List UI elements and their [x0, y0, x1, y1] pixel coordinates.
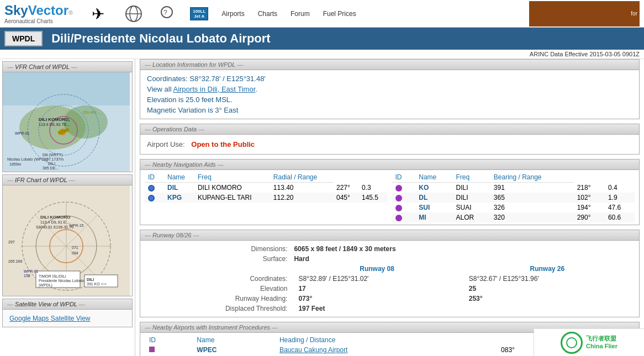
table-row: Coordinates: S8°32.89' / E125°31.02' S8°…	[147, 274, 632, 284]
satellite-title: — Satellite View of WPDL —	[3, 299, 132, 310]
coords-26: S8°32.67' / E125°31.96'	[462, 274, 632, 284]
svg-text:391 KO =:=: 391 KO =:=	[87, 282, 107, 286]
nav-forum[interactable]: Forum	[291, 10, 310, 18]
header: SkyVector® Aeronautical Charts ✈ ? 100LL…	[0, 0, 644, 28]
nav-radial-kpg: 045°	[333, 193, 358, 203]
logo-area: SkyVector® Aeronautical Charts	[4, 3, 73, 24]
nav-name-dil: DILI KOMORO	[194, 183, 270, 193]
airport-use-row: Airport Use: Open to the Public	[147, 138, 632, 151]
nav-aids-content: ID Name Freq Radial / Range DIL	[140, 170, 639, 225]
nav-fuel[interactable]: Fuel Prices	[323, 10, 356, 18]
nav-id-kpg: KPG	[164, 193, 194, 203]
vfr-chart-image[interactable]: DILI KOMORO, 113.4 DIL 81 TE... Nicolau …	[3, 72, 130, 172]
runway-content: Dimensions: 6065 x 98 feet / 1849 x 30 m…	[140, 241, 639, 317]
nav-charts-label: Charts	[258, 10, 277, 18]
operations-content: Airport Use: Open to the Public	[140, 135, 639, 154]
apt-name-wpec[interactable]: Baucau Cakung Airport	[275, 345, 497, 355]
heading-08: 073°	[292, 294, 462, 304]
nav-airports-label: Airports	[221, 10, 244, 18]
nav-aids-section: — Nearby Navigation Aids — ID Name Freq	[140, 159, 640, 225]
nav-charts[interactable]: Charts	[258, 10, 277, 18]
nav-table-right: ID Name Freq Bearing / Range KO	[392, 172, 635, 222]
svg-text:391-KO ...: 391-KO ...	[83, 110, 101, 114]
dimensions-label: Dimensions:	[147, 244, 292, 254]
displaced-label: Displaced Threshold:	[147, 304, 292, 314]
table-row: DIL DILI KOMORO 113.40 227° 0.3	[145, 183, 388, 193]
nav-airports[interactable]: Airports	[221, 10, 244, 18]
nav-col-radial-left: Radial / Range	[270, 172, 333, 183]
nav-freq-sui: 326	[490, 203, 574, 212]
svg-text:✈: ✈	[92, 6, 104, 23]
table-row: Runway 08 Runway 26	[147, 264, 632, 274]
satellite-link-area[interactable]: Google Maps Satellite View	[3, 310, 132, 327]
location-content: Coordinates: S8°32.78' / E125°31.48' Vie…	[140, 70, 639, 119]
nav-radial-dil: 227°	[333, 183, 358, 193]
svg-text:Nicolau Lobato (WPDL): Nicolau Lobato (WPDL)	[7, 157, 48, 162]
nav-bearing-dl: 102°	[574, 193, 605, 203]
surface-label: Surface:	[147, 254, 292, 264]
coords-label: Coordinates:	[147, 274, 292, 284]
svg-text:DILI: DILI	[87, 278, 94, 281]
nav-aids-grid: ID Name Freq Radial / Range DIL	[145, 172, 635, 222]
nav-bearing-sui: 194°	[574, 203, 605, 212]
nav-freq-ko: 391	[490, 183, 574, 193]
nav-dot-mi	[392, 212, 416, 222]
svg-text:WPR-15: WPR-15	[69, 224, 84, 227]
apt-dot-wpec	[145, 345, 192, 355]
nav-range-dil: 0.3	[358, 183, 388, 193]
svg-text:365 DE...: 365 DE...	[43, 166, 59, 170]
svg-text:S8040.61 E108-31.70: S8040.61 E108-31.70	[36, 225, 73, 229]
satellite-link[interactable]: Google Maps Satellite View	[9, 315, 91, 322]
nav-bearing-mi: 290°	[574, 212, 605, 222]
cf-line2: China Flier	[586, 343, 617, 350]
svg-text:Dili (WRTT): Dili (WRTT)	[43, 153, 62, 157]
ifr-chart-image[interactable]: DILI KOMORO 113.4 DIL 81 E:... S8040.61 …	[3, 185, 130, 296]
table-row: Elevation 17 25	[147, 284, 632, 294]
nav-col-id-right: ID	[392, 172, 416, 183]
nav-dot-ko	[392, 183, 416, 193]
logo-sub: Aeronautical Charts	[4, 18, 73, 24]
table-row: Runway Heading: 073° 253°	[147, 294, 632, 304]
nav-plane-icon: ✈	[91, 4, 110, 24]
nav-freq-kpg: 112.20	[270, 193, 333, 203]
airport-use-value: Open to the Public	[191, 140, 255, 148]
airports-link[interactable]: Airports in Dili, East Timor	[173, 85, 255, 93]
vfr-chart-title: — VFR Chart of WPDL —	[3, 62, 132, 72]
nav-id-ko: KO	[415, 183, 452, 193]
apt-col-id: ID	[145, 335, 192, 345]
nav-aids-left: ID Name Freq Radial / Range DIL	[145, 172, 388, 222]
elevation-08: 17	[292, 284, 462, 294]
nav-col-bearing-right: Bearing / Range	[490, 172, 574, 183]
nav-aids-right: ID Name Freq Bearing / Range KO	[392, 172, 635, 222]
svg-rect-9	[3, 72, 130, 105]
elevation-row: Elevation is 25.0 feet MSL.	[147, 94, 632, 105]
runway-section: — Runway 08/26 — Dimensions: 6065 x 98 f…	[140, 230, 640, 317]
svg-text:WPR-01: WPR-01	[15, 131, 30, 135]
elevation-26: 25	[462, 284, 632, 294]
svg-text:DILI KOMORO: DILI KOMORO	[40, 215, 70, 220]
operations-header: — Operations Data —	[140, 124, 639, 135]
svg-text:297: 297	[8, 240, 15, 244]
runway-header: — Runway 08/26 —	[140, 230, 639, 241]
elevation-label: Elevation	[147, 284, 292, 294]
location-section: — Location Information for WPDL — Coordi…	[140, 59, 640, 119]
apt-col-heading: Heading / Distance	[275, 335, 497, 345]
nav-range-sui: 47.6	[605, 203, 635, 212]
nav-name-dl: DILI	[453, 193, 490, 203]
nav-bearing-ko: 218°	[574, 183, 605, 193]
nav-dot-dil	[145, 183, 164, 193]
vfr-chart-section: — VFR Chart of WPDL — DILI KOMORO,	[2, 61, 133, 172]
nav-forum-label: Forum	[291, 10, 310, 18]
ad-text: for	[629, 8, 640, 19]
runway-26-header: Runway 26	[462, 264, 632, 274]
heading-label: Runway Heading:	[147, 294, 292, 304]
nav-col-freq-right: Freq	[453, 172, 490, 183]
svg-text:265 266: 265 266	[8, 259, 22, 263]
coords-08: S8°32.89' / E125°31.02'	[292, 274, 462, 284]
svg-text:WPR-01: WPR-01	[24, 269, 39, 273]
runway-08-header: Runway 08	[292, 264, 462, 274]
nav-dot-sui	[392, 203, 416, 212]
logo-text[interactable]: SkyVector®	[4, 3, 73, 18]
table-row: DL DILI 365 102° 1.9	[392, 193, 635, 203]
china-flier-logo: 飞行者联盟 China Flier	[561, 332, 617, 354]
